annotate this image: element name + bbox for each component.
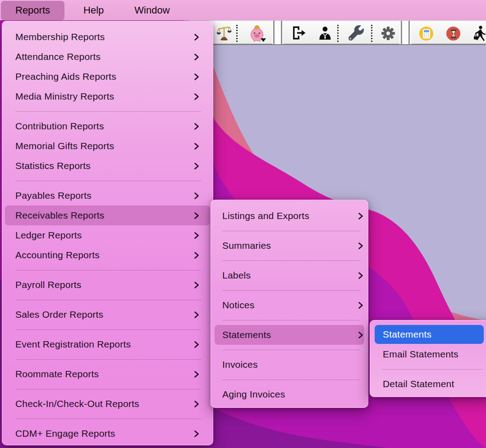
- menu-item-sales-order-reports[interactable]: Sales Order Reports: [2, 305, 213, 325]
- chevron-right-icon: [194, 370, 199, 378]
- menu-item-label: Event Registration Reports: [15, 339, 131, 350]
- menu-item-statements-selected[interactable]: Statements: [375, 325, 484, 344]
- menu-item-roommate-reports[interactable]: Roommate Reports: [2, 364, 213, 384]
- menu-divider: [211, 375, 368, 384]
- sign-out-door-icon[interactable]: [291, 26, 307, 40]
- menu-item-statements[interactable]: Statements: [215, 325, 364, 345]
- menu-item-membership-reports[interactable]: Membership Reports: [2, 27, 213, 47]
- menu-item-ledger-reports[interactable]: Ledger Reports: [2, 225, 213, 245]
- wrench-tools-icon[interactable]: [348, 25, 364, 41]
- menu-item-label: CDM+ Engage Reports: [15, 428, 115, 439]
- chevron-right-icon: [194, 251, 199, 259]
- chevron-right-icon: [194, 281, 199, 289]
- chevron-right-icon: [358, 242, 363, 250]
- chevron-right-icon: [194, 142, 199, 150]
- menu-item-label: Statements: [383, 329, 431, 340]
- menu-item-media-ministry-reports[interactable]: Media Ministry Reports: [2, 87, 213, 106]
- menu-item-cdm-engage-reports[interactable]: CDM+ Engage Reports: [2, 424, 213, 443]
- menu-bar: Reports Help Window: [0, 0, 486, 20]
- menu-item-label: Preaching Aids Reports: [15, 71, 116, 82]
- menu-item-label: Membership Reports: [15, 32, 105, 42]
- menu-divider: [2, 354, 213, 364]
- menu-divider: [211, 256, 368, 265]
- menu-item-accounting-reports[interactable]: Accounting Reports: [2, 245, 213, 265]
- menu-item-labels[interactable]: Labels: [211, 265, 368, 285]
- menubar-item-reports[interactable]: Reports: [1, 1, 64, 20]
- menu-item-summaries[interactable]: Summaries: [211, 236, 368, 256]
- menu-item-label: Accounting Reports: [15, 250, 100, 261]
- chevron-right-icon: [194, 430, 199, 438]
- menu-divider: [211, 285, 368, 295]
- chevron-right-icon: [358, 302, 363, 309]
- toolbar-separator-dotted: [337, 25, 339, 42]
- menu-item-label: Contribution Reports: [15, 121, 104, 132]
- menu-item-label: Statistics Reports: [15, 160, 91, 171]
- toolbar-separator-dotted: [371, 25, 372, 42]
- menu-item-label: Notices: [222, 300, 254, 311]
- chevron-right-icon: [358, 272, 363, 279]
- chevron-right-icon: [194, 33, 199, 41]
- app-toolbar: [189, 20, 486, 45]
- menu-item-label: Check-In/Check-Out Reports: [15, 398, 139, 409]
- menubar-item-label: Reports: [15, 5, 50, 16]
- menu-divider: [2, 106, 213, 116]
- menu-item-payables-reports[interactable]: Payables Reports: [2, 186, 213, 206]
- menu-item-contribution-reports[interactable]: Contribution Reports: [2, 116, 213, 136]
- menubar-item-window[interactable]: Window: [120, 1, 184, 20]
- piggy-bank-dropdown-caret[interactable]: [261, 38, 266, 42]
- chevron-right-icon: [358, 212, 363, 220]
- hourglass-timer-icon[interactable]: [446, 27, 460, 41]
- menu-divider: [2, 414, 213, 424]
- chevron-right-icon: [194, 73, 199, 81]
- menu-item-detail-statement[interactable]: Detail Statement: [370, 374, 486, 394]
- menu-item-statistics-reports[interactable]: Statistics Reports: [2, 156, 213, 176]
- chevron-right-icon: [194, 311, 199, 319]
- menu-item-label: Attendance Reports: [15, 51, 101, 62]
- menu-item-label: Payroll Reports: [15, 279, 82, 290]
- menu-item-notices[interactable]: Notices: [211, 295, 368, 315]
- menu-divider: [2, 265, 213, 275]
- menubar-item-label: Help: [83, 5, 104, 16]
- menu-item-label: Roommate Reports: [15, 369, 99, 379]
- menu-item-label: Labels: [222, 270, 251, 281]
- chevron-right-icon: [194, 400, 199, 408]
- menu-item-label: Media Ministry Reports: [15, 91, 114, 102]
- chevron-right-icon: [358, 331, 363, 339]
- menu-item-attendance-reports[interactable]: Attendance Reports: [2, 47, 213, 67]
- toolbar-separator-double: [399, 21, 411, 44]
- menu-item-label: Receivables Reports: [15, 210, 105, 221]
- menu-divider: [2, 384, 213, 394]
- menu-item-check-in-check-out-reports[interactable]: Check-In/Check-Out Reports: [2, 394, 213, 414]
- receivables-reports-submenu: Listings and Exports Summaries Labels No…: [211, 200, 368, 408]
- menu-item-aging-invoices[interactable]: Aging Invoices: [211, 384, 368, 404]
- menu-item-label: Sales Order Reports: [15, 309, 103, 320]
- check-in-out-person-icon[interactable]: [472, 25, 486, 41]
- menu-item-label: Listings and Exports: [222, 210, 309, 221]
- menu-item-label: Statements: [222, 329, 271, 340]
- menu-item-invoices[interactable]: Invoices: [211, 355, 368, 375]
- chevron-right-icon: [194, 212, 199, 219]
- chevron-right-icon: [194, 192, 199, 200]
- toolbar-separator-double: [272, 21, 283, 44]
- menu-item-payroll-reports[interactable]: Payroll Reports: [2, 275, 213, 295]
- reports-menu: Membership Reports Attendance Reports Pr…: [2, 21, 213, 445]
- statements-submenu: Statements Email Statements Detail State…: [370, 320, 486, 397]
- staff-person-icon[interactable]: [318, 26, 332, 40]
- calculator-icon[interactable]: [419, 27, 433, 41]
- menu-divider: [370, 364, 486, 374]
- chevron-right-icon: [194, 162, 199, 170]
- chevron-right-icon: [194, 341, 199, 348]
- settings-gear-icon[interactable]: [380, 25, 397, 42]
- menubar-item-help[interactable]: Help: [69, 1, 118, 20]
- menu-item-label: Memorial Gifts Reports: [15, 141, 114, 151]
- menu-item-preaching-aids-reports[interactable]: Preaching Aids Reports: [2, 67, 213, 87]
- chevron-right-icon: [194, 232, 199, 239]
- menu-item-email-statements[interactable]: Email Statements: [370, 344, 486, 364]
- menu-item-listings-and-exports[interactable]: Listings and Exports: [211, 206, 368, 226]
- balance-scales-icon[interactable]: [215, 24, 233, 41]
- menu-item-memorial-gifts-reports[interactable]: Memorial Gifts Reports: [2, 136, 213, 156]
- menu-item-label: Summaries: [222, 240, 271, 251]
- menu-item-event-registration-reports[interactable]: Event Registration Reports: [2, 334, 213, 354]
- chevron-right-icon: [194, 53, 199, 61]
- menu-item-receivables-reports[interactable]: Receivables Reports: [5, 206, 210, 225]
